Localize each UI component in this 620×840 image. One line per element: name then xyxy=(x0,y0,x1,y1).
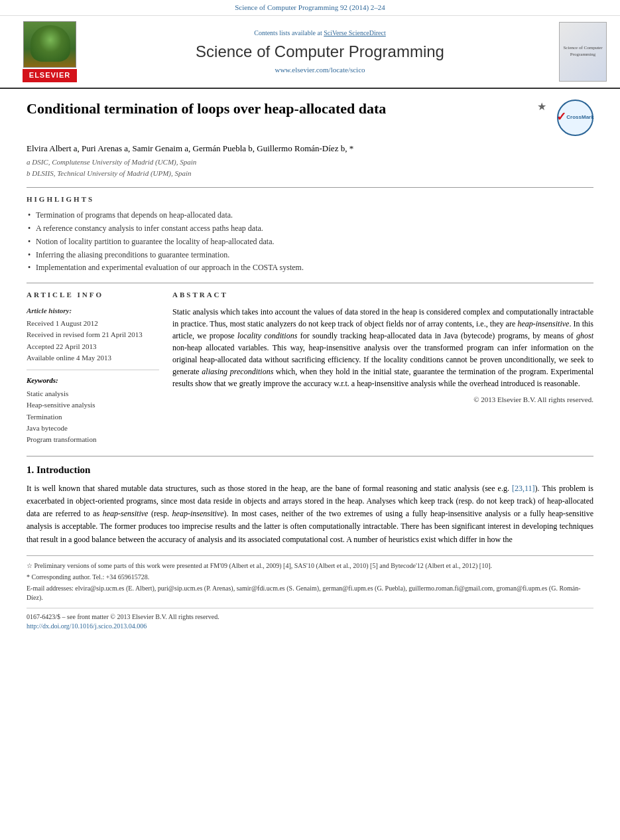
journal-title: Science of Computer Programming xyxy=(86,40,554,63)
elsevier-tree-image xyxy=(23,21,76,68)
article-history: Article history: Received 1 August 2012 … xyxy=(27,306,159,364)
divider-keyword xyxy=(27,370,159,370)
thumbnail-text: Science of Computer Programming xyxy=(562,45,603,58)
article-info-label: ARTICLE INFO xyxy=(27,290,159,300)
article-info-abstract-section: ARTICLE INFO Article history: Received 1… xyxy=(27,290,593,447)
introduction-section: 1. Introduction It is well known that sh… xyxy=(27,463,593,546)
keywords-title: Keywords: xyxy=(27,376,159,385)
authors-line: Elvira Albert a, Puri Arenas a, Samir Ge… xyxy=(27,143,593,155)
intro-section-title: 1. Introduction xyxy=(27,463,593,477)
received-date: Received 1 August 2012 xyxy=(27,318,159,328)
accepted-date: Accepted 22 April 2013 xyxy=(27,342,159,352)
affiliation-a: a DSIC, Complutense University of Madrid… xyxy=(27,157,593,167)
journal-thumbnail: Science of Computer Programming xyxy=(559,22,607,82)
journal-citation-bar: Science of Computer Programming 92 (2014… xyxy=(0,0,620,16)
divider-intro xyxy=(27,456,593,456)
highlight-item: Notion of locality partition to guarante… xyxy=(27,236,593,247)
paper-title: Conditional termination of loops over he… xyxy=(27,100,533,119)
highlight-item: Implementation and experimental evaluati… xyxy=(27,262,593,273)
affiliations: a DSIC, Complutense University of Madrid… xyxy=(27,157,593,179)
license-bar: 0167-6423/$ – see front matter © 2013 El… xyxy=(27,608,593,631)
keywords-section: Keywords: Static analysis Heap-sensitive… xyxy=(27,376,159,445)
main-content: Conditional termination of loops over he… xyxy=(0,89,620,642)
abstract-column: ABSTRACT Static analysis which takes int… xyxy=(172,290,593,447)
article-history-title: Article history: xyxy=(27,306,159,316)
body-term-heap-sensitive: heap-sensitive xyxy=(103,509,149,518)
highlights-section: HIGHLIGHTS Termination of programs that … xyxy=(27,194,593,273)
abstract-text: Static analysis which takes into account… xyxy=(172,306,593,389)
available-date: Available online 4 May 2013 xyxy=(27,353,159,363)
highlights-label: HIGHLIGHTS xyxy=(27,194,593,204)
article-info-column: ARTICLE INFO Article history: Received 1… xyxy=(27,290,159,447)
journal-url-link[interactable]: www.elsevier.com/locate/scico xyxy=(275,66,365,74)
keyword-item: Program transformation xyxy=(27,435,159,445)
highlight-item: A reference constancy analysis to infer … xyxy=(27,223,593,234)
journal-header: ELSEVIER Contents lists available at Sci… xyxy=(0,16,620,88)
divider-top xyxy=(27,187,593,188)
abstract-term-ghost: ghost xyxy=(576,331,593,340)
footnote-email: E-mail addresses: elvira@sip.ucm.es (E. … xyxy=(27,584,593,602)
highlight-item: Termination of programs that depends on … xyxy=(27,210,593,221)
ref-link-23-11[interactable]: [23,11] xyxy=(512,484,535,493)
star-icon: ★ xyxy=(537,100,546,114)
sciverse-link[interactable]: SciVerse ScienceDirect xyxy=(324,29,386,36)
highlight-item: Inferring the aliasing preconditions to … xyxy=(27,249,593,261)
footnote-star-text: ☆ Preliminary versions of some parts of … xyxy=(27,561,593,571)
keyword-item: Heap-sensitive analysis xyxy=(27,400,159,410)
license-text: 0167-6423/$ – see front matter © 2013 El… xyxy=(27,613,219,620)
elsevier-label-text: ELSEVIER xyxy=(23,69,77,82)
abstract-label: ABSTRACT xyxy=(172,290,593,300)
authors-text: Elvira Albert a, Puri Arenas a, Samir Ge… xyxy=(27,143,353,153)
journal-thumbnail-area: Science of Computer Programming xyxy=(554,22,607,82)
crossmark-label: CrossMark xyxy=(566,114,593,121)
journal-header-center: Contents lists available at SciVerse Sci… xyxy=(86,29,554,76)
highlights-list: Termination of programs that depends on … xyxy=(27,210,593,273)
doi-link[interactable]: http://dx.doi.org/10.1016/j.scico.2013.0… xyxy=(27,622,147,630)
body-term-heap-insensitive: heap-insensitive xyxy=(172,509,224,518)
elsevier-logo: ELSEVIER xyxy=(13,21,86,82)
paper-title-with-star: Conditional termination of loops over he… xyxy=(27,100,546,119)
abstract-copyright: © 2013 Elsevier B.V. All rights reserved… xyxy=(172,395,593,405)
abstract-term-heap-insensitive: heap-insensitive xyxy=(517,319,569,328)
sciverse-line: Contents lists available at SciVerse Sci… xyxy=(86,29,554,38)
footnote-corresponding: * Corresponding author. Tel.: +34 659615… xyxy=(27,573,593,582)
abstract-term-locality: locality conditions xyxy=(237,331,297,340)
crossmark-badge[interactable]: ✓ CrossMark xyxy=(557,100,593,136)
divider-middle xyxy=(27,283,593,283)
footnote-section: ☆ Preliminary versions of some parts of … xyxy=(27,555,593,602)
keyword-item: Static analysis xyxy=(27,389,159,399)
intro-body-text: It is well known that shared mutable dat… xyxy=(27,482,593,546)
keyword-item: Termination xyxy=(27,412,159,422)
abstract-term-aliasing: aliasing preconditions xyxy=(202,367,273,376)
keyword-item: Java bytecode xyxy=(27,423,159,433)
affiliation-b: b DLSIIS, Technical University of Madrid… xyxy=(27,169,593,178)
received-revised-date: Received in revised form 21 April 2013 xyxy=(27,330,159,340)
paper-title-section: Conditional termination of loops over he… xyxy=(27,100,593,136)
journal-url: www.elsevier.com/locate/scico xyxy=(86,65,554,75)
journal-citation-text: Science of Computer Programming 92 (2014… xyxy=(235,3,385,11)
